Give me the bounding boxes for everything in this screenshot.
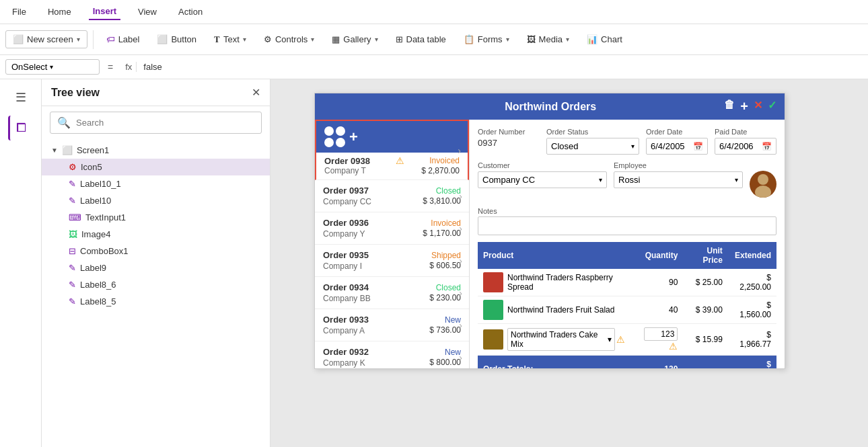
notes-input[interactable] — [478, 216, 776, 235]
order-number-0936: Order 0936 — [323, 218, 369, 228]
forms-chevron-icon: ▾ — [506, 36, 509, 43]
col-quantity: Quantity — [630, 242, 684, 269]
order-status-dropdown[interactable]: Closed ▾ — [546, 138, 639, 155]
order-date-input[interactable]: 6/4/2005 📅 — [646, 138, 708, 155]
order-item-0933[interactable]: Order 0933 New Company A $ 736.00 › — [315, 309, 469, 341]
media-button[interactable]: 🖼 Media ▾ — [519, 30, 577, 48]
order-number-0933: Order 0933 — [323, 315, 369, 325]
order-status-0938: Invoiced — [429, 156, 460, 165]
menu-view[interactable]: View — [134, 4, 161, 19]
tree-title: Tree view — [51, 87, 100, 99]
new-screen-button[interactable]: ⬜ New screen ▾ — [5, 30, 87, 48]
tree-item-combobox1[interactable]: ⊟ ComboBox1 — [42, 243, 270, 259]
order-number-0932: Order 0932 — [323, 347, 369, 357]
label-type-icon4: ✎ — [69, 280, 76, 290]
product-img-1 — [483, 300, 503, 320]
formula-value[interactable]: false — [141, 60, 863, 73]
tree-item-label10-1[interactable]: ✎ Label10_1 — [42, 175, 270, 192]
gallery-button[interactable]: ▦ Gallery ▾ — [324, 30, 385, 48]
tree-item-textinput1[interactable]: ⌨ TextInput1 — [42, 209, 270, 226]
image-type-icon: 🖼 — [69, 229, 77, 239]
controls-button[interactable]: ⚙ Controls ▾ — [256, 30, 322, 48]
product-ext-1: $ 1,560.00 — [728, 296, 776, 324]
forms-button[interactable]: 📋 Forms ▾ — [456, 30, 517, 48]
order-number-0934: Order 0934 — [323, 282, 369, 292]
search-input[interactable] — [76, 118, 254, 128]
order-number-0938: Order 0938 — [324, 156, 370, 166]
order-company-0937: Company CC — [323, 197, 371, 206]
order-status-label: Order Status — [546, 128, 639, 136]
equals-sign: = — [104, 62, 117, 73]
trash-icon[interactable]: 🗑 — [724, 99, 735, 114]
paid-date-input[interactable]: 6/4/2006 📅 — [715, 138, 776, 155]
order-item-0937[interactable]: Order 0937 Closed Company CC $ 3,810.00 … — [315, 180, 469, 212]
order-chevron-0933: › — [459, 320, 462, 331]
tree-item-label10[interactable]: ✎ Label10 — [42, 192, 270, 209]
text-button[interactable]: 𝐓 Text ▾ — [207, 30, 254, 49]
product-dropdown-2[interactable]: Northwind Traders Cake Mix ▾ — [507, 328, 615, 351]
order-number-label: Order Number — [478, 128, 540, 136]
tree-item-image4[interactable]: 🖼 Image4 — [42, 226, 270, 243]
order-amount-0935: $ 606.50 — [429, 261, 461, 271]
order-item-0934[interactable]: Order 0934 Closed Company BB $ 230.00 › — [315, 277, 469, 309]
order-status-0934: Closed — [436, 283, 461, 292]
warning-icon-product-2: ⚠ — [616, 334, 625, 345]
sidebar-hamburger-icon[interactable]: ☰ — [10, 85, 32, 110]
menu-file[interactable]: File — [8, 4, 30, 19]
order-item-0938[interactable]: + Order 0938 ⚠ Invoiced Company T $ 2,87… — [315, 120, 469, 180]
product-qty-input-2[interactable]: 123 — [644, 327, 678, 341]
order-amount-0938: $ 2,870.00 — [421, 166, 460, 175]
product-ext-2: $ 1,966.77 — [728, 324, 776, 356]
order-number-0935: Order 0935 — [323, 250, 369, 260]
canvas-area: Northwind Orders 🗑 + ✕ ✓ — [270, 79, 868, 447]
close-icon[interactable]: ✕ — [754, 99, 762, 114]
sidebar-layers-icon[interactable]: ⧠ — [8, 116, 33, 140]
order-item-0936[interactable]: Order 0936 Invoiced Company Y $ 1,170.00… — [315, 212, 469, 245]
toolbar: ⬜ New screen ▾ 🏷 Label ⬜ Button 𝐓 Text ▾… — [0, 24, 868, 55]
app-window: Northwind Orders 🗑 + ✕ ✓ — [314, 93, 785, 369]
text-icon: 𝐓 — [214, 34, 220, 45]
text-chevron-icon: ▾ — [243, 36, 246, 43]
order-item-0935[interactable]: Order 0935 Shipped Company I $ 606.50 › — [315, 245, 469, 277]
check-icon[interactable]: ✓ — [768, 99, 776, 114]
datatable-button[interactable]: ⊞ Data table — [388, 30, 454, 48]
menu-home[interactable]: Home — [44, 4, 75, 19]
menu-action[interactable]: Action — [174, 4, 207, 19]
status-chevron-icon: ▾ — [631, 143, 635, 150]
textinput-type-icon: ⌨ — [69, 212, 81, 222]
product-row-1: Northwind Traders Fruit Salad 40 $ 39.00… — [478, 296, 776, 324]
employee-chevron-icon: ▾ — [735, 176, 738, 184]
calendar-icon-order-date: 📅 — [693, 142, 703, 151]
customer-chevron-icon: ▾ — [599, 176, 602, 184]
tree-label-icon5: Icon5 — [81, 162, 260, 172]
tree-item-icon5[interactable]: ⚙ Icon5 — [42, 159, 270, 175]
detail-row-1: Order Number 0937 Order Status Closed ▾ … — [478, 128, 776, 155]
col-product: Product — [478, 242, 630, 269]
customer-dropdown[interactable]: Company CC ▾ — [478, 171, 607, 188]
tree-item-screen1[interactable]: ▼ ⬜ Screen1 — [42, 142, 270, 159]
order-detail: Order Number 0937 Order Status Closed ▾ … — [470, 120, 785, 368]
order-item-0932[interactable]: Order 0932 New Company K $ 800.00 › — [315, 341, 469, 368]
search-icon: 🔍 — [57, 116, 71, 129]
tree-item-label8-5[interactable]: ✎ Label8_5 — [42, 293, 270, 310]
tree-label-label10-1: Label10_1 — [80, 179, 260, 189]
employee-dropdown[interactable]: Rossi ▾ — [614, 171, 743, 188]
chart-button[interactable]: 📊 Chart — [579, 30, 630, 48]
property-selector[interactable]: OnSelect ▾ — [5, 59, 100, 75]
totals-label: Order Totals: — [478, 356, 630, 369]
tree-items: ▼ ⬜ Screen1 ⚙ Icon5 ✎ Label10_1 ✎ Label1… — [42, 139, 270, 447]
datatable-icon: ⊞ — [396, 34, 403, 44]
menu-insert[interactable]: Insert — [89, 3, 120, 20]
totals-qty: 130 — [630, 356, 684, 369]
tree-item-label8-6[interactable]: ✎ Label8_6 — [42, 276, 270, 293]
product-qty-2: 123 ⚠ — [630, 324, 684, 356]
tree-close-button[interactable]: ✕ — [252, 86, 260, 99]
field-customer: Customer Company CC ▾ — [478, 161, 607, 198]
gallery-chevron-icon: ▾ — [375, 36, 378, 43]
plus-icon[interactable]: + — [740, 99, 748, 114]
button-button[interactable]: ⬜ Button — [149, 30, 204, 48]
product-qty-0: 90 — [630, 269, 684, 296]
label-button[interactable]: 🏷 Label — [99, 30, 147, 48]
tree-item-label9[interactable]: ✎ Label9 — [42, 259, 270, 276]
tree-label-screen1: Screen1 — [77, 145, 260, 155]
